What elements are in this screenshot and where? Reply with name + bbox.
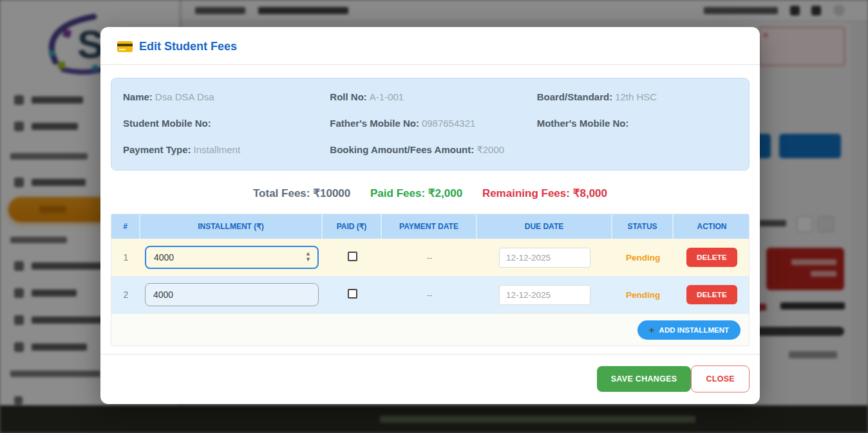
installment-cell: ▲▼ (140, 246, 323, 269)
credit-card-icon (117, 41, 133, 52)
info-board-standard: Board/Standard:12th HSC (537, 91, 737, 102)
paid-cell (323, 252, 382, 264)
col-header-status: STATUS (612, 214, 674, 239)
student-info-panel: Name:Dsa DSA Dsa Roll No:A-1-001 Board/S… (111, 78, 750, 170)
row-index: 2 (111, 290, 140, 300)
modal-title: Edit Student Fees (139, 40, 237, 53)
modal-body: Name:Dsa DSA Dsa Roll No:A-1-001 Board/S… (100, 65, 760, 354)
info-father-mobile: Father's Mobile No:0987654321 (330, 118, 530, 129)
delete-button[interactable]: DELETE (686, 248, 737, 267)
delete-button[interactable]: DELETE (686, 285, 737, 304)
info-student-mobile: Student Mobile No: (123, 118, 323, 129)
col-header-payment-date: PAYMENT DATE (382, 214, 477, 239)
modal-header: Edit Student Fees (100, 27, 760, 65)
row-index: 1 (111, 252, 140, 263)
installment-amount-input[interactable] (145, 283, 319, 306)
close-button[interactable]: CLOSE (691, 365, 750, 392)
edit-student-fees-modal: Edit Student Fees Name:Dsa DSA Dsa Roll … (100, 27, 760, 404)
due-date-input[interactable] (499, 285, 590, 305)
info-payment-type: Payment Type:Installment (123, 144, 323, 156)
paid-fees: Paid Fees: ₹2,000 (370, 187, 462, 199)
table-footer-row: + ADD INSTALLMENT (111, 313, 749, 345)
table-header-row: # INSTALLMENT (₹) PAID (₹) PAYMENT DATE … (111, 214, 749, 239)
col-header-due-date: DUE DATE (477, 214, 612, 239)
payment-date-cell: -- (382, 290, 477, 300)
fees-summary: Total Fees: ₹10000 Paid Fees: ₹2,000 Rem… (111, 187, 750, 200)
info-empty (537, 144, 737, 156)
installment-amount-input[interactable] (145, 246, 319, 269)
plus-icon: + (649, 327, 655, 333)
col-header-index: # (111, 214, 140, 239)
status-badge: Pending (612, 290, 674, 300)
installment-row-1: 1 ▲▼ -- Pending DELETE (111, 239, 749, 276)
installments-table: # INSTALLMENT (₹) PAID (₹) PAYMENT DATE … (111, 214, 750, 346)
info-booking-amount: Booking Amount/Fees Amount:₹2000 (330, 144, 530, 156)
col-header-action: ACTION (674, 214, 750, 239)
installment-cell (140, 283, 323, 306)
paid-checkbox[interactable] (348, 252, 357, 261)
col-header-paid: PAID (₹) (323, 214, 382, 239)
total-fees: Total Fees: ₹10000 (253, 187, 350, 199)
action-cell: DELETE (674, 248, 750, 267)
save-changes-button[interactable]: SAVE CHANGES (597, 366, 692, 392)
remaining-fees: Remaining Fees: ₹8,000 (482, 187, 607, 199)
add-installment-button[interactable]: + ADD INSTALLMENT (637, 320, 741, 340)
info-name: Name:Dsa DSA Dsa (123, 91, 323, 102)
status-badge: Pending (612, 253, 674, 263)
installment-row-2: 2 -- Pending DELETE (111, 276, 749, 313)
payment-date-cell: -- (382, 253, 477, 263)
due-date-input[interactable] (499, 248, 590, 268)
number-stepper-icon[interactable]: ▲▼ (305, 251, 311, 263)
due-date-cell (477, 248, 612, 268)
modal-footer: SAVE CHANGES CLOSE (100, 354, 760, 404)
paid-cell (323, 289, 382, 301)
col-header-installment: INSTALLMENT (₹) (140, 214, 323, 239)
paid-checkbox[interactable] (348, 289, 357, 299)
info-mother-mobile: Mother's Mobile No: (537, 118, 737, 129)
action-cell: DELETE (674, 285, 750, 304)
due-date-cell (477, 285, 612, 305)
info-roll-no: Roll No:A-1-001 (330, 91, 530, 102)
